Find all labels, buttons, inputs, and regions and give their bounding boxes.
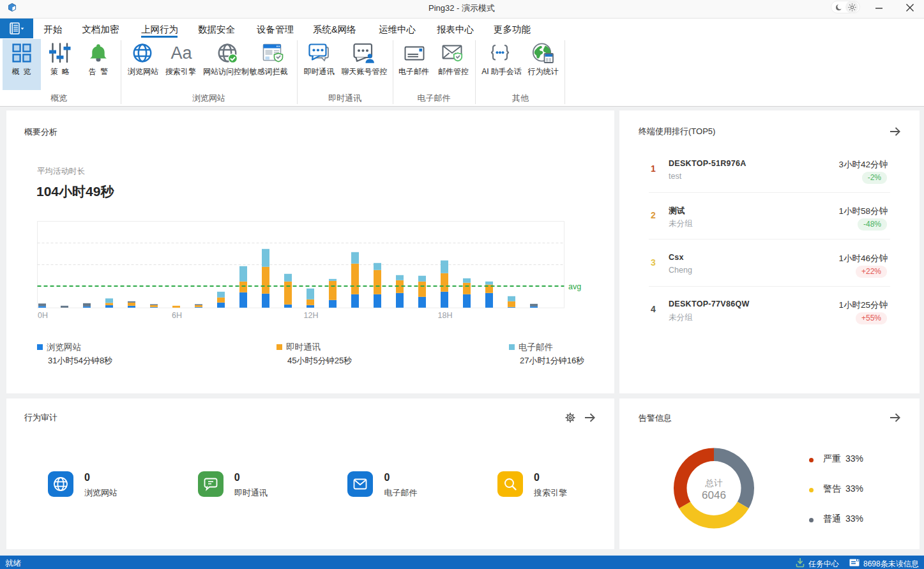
svg-text:Aa: Aa [170, 43, 192, 63]
